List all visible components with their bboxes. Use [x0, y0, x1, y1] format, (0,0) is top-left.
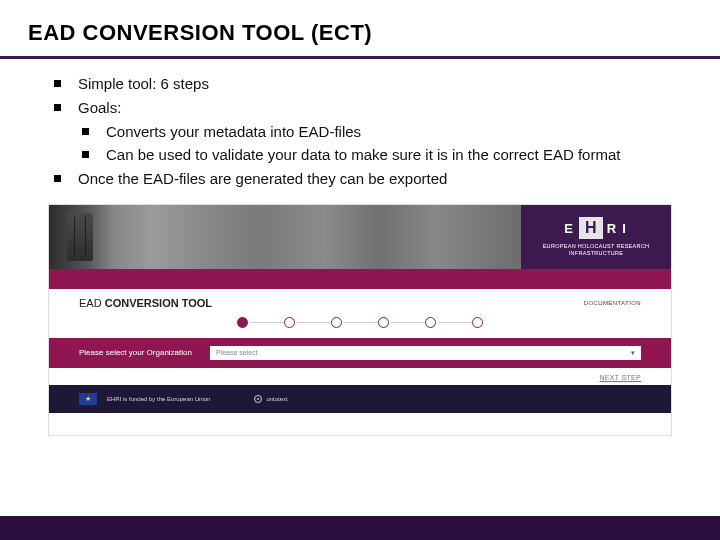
- organization-label: Please select your Organization: [79, 348, 192, 357]
- ontotext-label: ontotext: [266, 396, 287, 402]
- organization-row: Please select your Organization Please s…: [49, 338, 671, 368]
- ehri-logo: E H R I: [564, 217, 628, 239]
- ehri-letter-r: R: [607, 221, 618, 236]
- embedded-screenshot: E H R I EUROPEAN HOLOCAUST RESEARCH INFR…: [48, 204, 672, 436]
- maroon-bar: [49, 269, 671, 289]
- list-item: Once the EAD-files are generated they ca…: [54, 168, 684, 190]
- ehri-letter-h: H: [579, 217, 603, 239]
- organization-placeholder: Please select: [216, 349, 258, 356]
- organization-select[interactable]: Please select ▾: [210, 346, 641, 360]
- step-dot-5[interactable]: [425, 317, 436, 328]
- slide-bottom-bar: [0, 516, 720, 540]
- bullet-list: Simple tool: 6 steps Goals: Converts you…: [0, 73, 720, 190]
- chevron-down-icon: ▾: [631, 349, 635, 357]
- slide-title: EAD CONVERSION TOOL (ECT): [28, 20, 692, 46]
- step-dot-6[interactable]: [472, 317, 483, 328]
- step-dot-4[interactable]: [378, 317, 389, 328]
- title-wrap: EAD CONVERSION TOOL (ECT): [0, 0, 720, 52]
- tool-title-bold: CONVERSION TOOL: [105, 297, 212, 309]
- footer-bar: ★ EHRI is funded by the European Union o…: [49, 385, 671, 413]
- step-indicator: [49, 315, 671, 338]
- sub-list: Converts your metadata into EAD-files Ca…: [82, 121, 684, 167]
- tool-title: EAD CONVERSION TOOL: [79, 297, 212, 309]
- tool-header: EAD CONVERSION TOOL DOCUMENTATION: [49, 289, 671, 315]
- hero-banner: E H R I EUROPEAN HOLOCAUST RESEARCH INFR…: [49, 205, 671, 269]
- hero-photo: [49, 205, 521, 269]
- slide: EAD CONVERSION TOOL (ECT) Simple tool: 6…: [0, 0, 720, 540]
- ontotext-logo: ontotext: [254, 395, 287, 403]
- step-dot-3[interactable]: [331, 317, 342, 328]
- documentation-link[interactable]: DOCUMENTATION: [584, 300, 641, 306]
- next-step-link[interactable]: NEXT STEP: [49, 368, 671, 385]
- title-rule: [0, 56, 720, 59]
- list-item: Simple tool: 6 steps: [54, 73, 684, 95]
- ontotext-icon: [254, 395, 262, 403]
- ehri-logo-panel: E H R I EUROPEAN HOLOCAUST RESEARCH INFR…: [521, 205, 671, 269]
- list-item: Goals:: [54, 97, 684, 119]
- column-icon: [67, 213, 93, 261]
- eu-flag-icon: ★: [79, 393, 97, 405]
- ehri-letter-e: E: [564, 221, 575, 236]
- step-dot-1[interactable]: [237, 317, 248, 328]
- step-dot-2[interactable]: [284, 317, 295, 328]
- tool-title-prefix: EAD: [79, 297, 105, 309]
- ehri-letter-i: I: [622, 221, 628, 236]
- list-item: Can be used to validate your data to mak…: [82, 144, 684, 166]
- funded-text: EHRI is funded by the European Union: [107, 396, 210, 402]
- ehri-subtitle: EUROPEAN HOLOCAUST RESEARCH INFRASTRUCTU…: [525, 243, 667, 256]
- list-item: Converts your metadata into EAD-files: [82, 121, 684, 143]
